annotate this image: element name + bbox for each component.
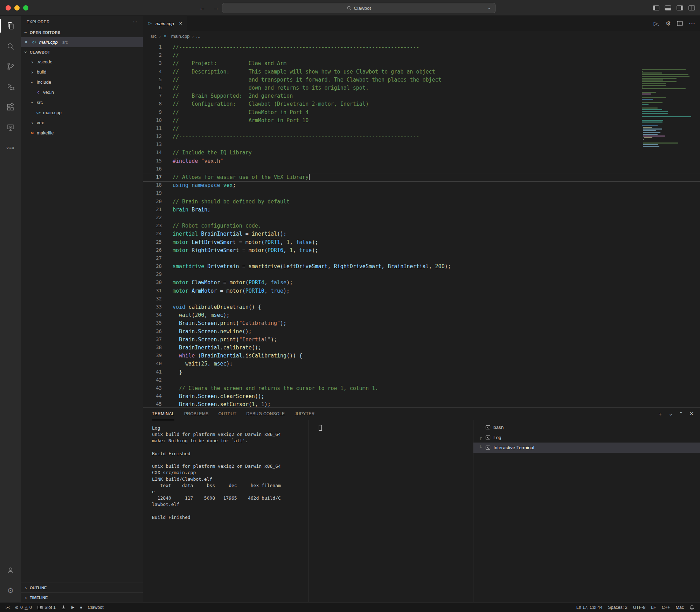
code-line[interactable]: 38 BrainInertial.calibrate(); xyxy=(143,344,700,352)
activity-remote-explorer[interactable] xyxy=(0,117,21,138)
eol-sequence[interactable]: LF xyxy=(648,603,659,612)
code-line[interactable]: 32 xyxy=(143,295,700,304)
close-panel-icon[interactable]: ✕ xyxy=(689,411,694,417)
activity-settings[interactable]: ⚙ xyxy=(0,580,21,601)
line-number[interactable]: 39 xyxy=(143,353,162,360)
line-number[interactable]: 23 xyxy=(143,223,162,230)
code-line[interactable]: 25motor LeftDriveSmart = motor(PORT1, 1,… xyxy=(143,239,700,247)
line-number[interactable]: 4 xyxy=(143,69,162,76)
code-line[interactable]: 41 } xyxy=(143,369,700,377)
tree-item-vex-h[interactable]: Cvex.h xyxy=(21,87,143,97)
code-line[interactable]: 21brain Brain; xyxy=(143,206,700,214)
line-number[interactable]: 28 xyxy=(143,263,162,271)
line-number[interactable]: 38 xyxy=(143,345,162,352)
tree-item-include[interactable]: ›include xyxy=(21,77,143,87)
breadcrumb-symbol[interactable]: … xyxy=(196,34,201,39)
panel-tab-problems[interactable]: PROBLEMS xyxy=(184,408,209,420)
code-line[interactable]: 19 xyxy=(143,190,700,198)
panel-tab-output[interactable]: OUTPUT xyxy=(219,408,237,420)
close-icon[interactable]: ✕ xyxy=(25,40,29,44)
code-line[interactable]: 28smartdrive Drivetrain = smartdrive(Lef… xyxy=(143,263,700,271)
code-line[interactable]: 18using namespace vex; xyxy=(143,182,700,190)
line-number[interactable]: 33 xyxy=(143,304,162,311)
close-tab-icon[interactable]: ✕ xyxy=(179,21,182,26)
terminal-list-item-bash[interactable]: bash xyxy=(473,422,700,432)
code-line[interactable]: 26motor RightDriveSmart = motor(PORT6, 1… xyxy=(143,247,700,255)
code-line[interactable]: 34 wait(200, msec); xyxy=(143,312,700,320)
line-number[interactable]: 42 xyxy=(143,377,162,384)
line-number[interactable]: 25 xyxy=(143,239,162,246)
code-line[interactable]: 3// Project: Claw and Arm xyxy=(143,60,700,68)
code-line[interactable]: 1//-------------------------------------… xyxy=(143,44,700,52)
panel-tab-terminal[interactable]: TERMINAL xyxy=(152,408,174,420)
line-number[interactable]: 21 xyxy=(143,207,162,214)
slot-selector[interactable]: Slot 1 xyxy=(35,603,58,612)
line-number[interactable]: 40 xyxy=(143,361,162,368)
line-number[interactable]: 3 xyxy=(143,60,162,68)
tree-item-build[interactable]: ›build xyxy=(21,67,143,77)
open-editors-section[interactable]: › OPEN EDITORS xyxy=(21,28,143,37)
encoding[interactable]: UTF-8 xyxy=(630,603,648,612)
code-line[interactable]: 30motor ClawMotor = motor(PORT4, false); xyxy=(143,279,700,287)
code-line[interactable]: 27 xyxy=(143,255,700,263)
toggle-sidebar-icon[interactable] xyxy=(653,5,659,11)
line-number[interactable]: 18 xyxy=(143,182,162,189)
line-number[interactable]: 8 xyxy=(143,101,162,108)
code-line[interactable]: 4// Description: This example will show … xyxy=(143,68,700,76)
play-button[interactable]: ▶ xyxy=(69,603,77,612)
tree-item-vex[interactable]: ›vex xyxy=(21,118,143,128)
code-line[interactable]: 36 Brain.Screen.newLine(); xyxy=(143,328,700,336)
code-line[interactable]: 16 xyxy=(143,166,700,174)
line-number[interactable]: 12 xyxy=(143,133,162,141)
line-number[interactable]: 45 xyxy=(143,401,162,407)
cursor-position[interactable]: Ln 17, Col 44 xyxy=(574,603,605,612)
terminal-dropdown-icon[interactable]: ⌄ xyxy=(668,411,673,417)
line-number[interactable]: 2 xyxy=(143,52,162,60)
code-line[interactable]: 33void calibrateDrivetrain() { xyxy=(143,304,700,312)
code-line[interactable]: 29 xyxy=(143,271,700,279)
line-number[interactable]: 31 xyxy=(143,288,162,295)
minimize-window-button[interactable] xyxy=(14,5,20,11)
line-number[interactable]: 35 xyxy=(143,320,162,327)
minimap[interactable] xyxy=(642,69,698,148)
line-number[interactable]: 16 xyxy=(143,166,162,173)
gear-icon[interactable]: ⚙ xyxy=(666,20,671,27)
line-number[interactable]: 5 xyxy=(143,77,162,84)
outline-section[interactable]: › OUTLINE xyxy=(21,583,143,592)
code-line[interactable]: 8// Configuration: Clawbot (Drivetrain 2… xyxy=(143,100,700,109)
breadcrumb-main-cpp[interactable]: main.cpp xyxy=(171,34,190,39)
line-number[interactable]: 13 xyxy=(143,141,162,149)
command-center-search[interactable]: Clawbot ⌄ xyxy=(222,3,495,13)
line-number[interactable]: 29 xyxy=(143,271,162,279)
breadcrumb-src[interactable]: src xyxy=(151,34,157,39)
customize-layout-icon[interactable] xyxy=(688,5,695,11)
timeline-section[interactable]: › TIMELINE xyxy=(21,592,143,602)
toggle-secondary-sidebar-icon[interactable] xyxy=(677,5,683,11)
line-number[interactable]: 27 xyxy=(143,255,162,263)
code-line[interactable]: 31motor ArmMotor = motor(PORT10, true); xyxy=(143,287,700,295)
tree-item-makefile[interactable]: Mmakefile xyxy=(21,128,143,138)
activity-explorer[interactable] xyxy=(0,16,21,36)
code-line[interactable]: 20// Brain should be defined by default xyxy=(143,198,700,206)
activity-account[interactable] xyxy=(0,560,21,580)
line-number[interactable]: 9 xyxy=(143,109,162,117)
terminal-list-item-interactive-terminal[interactable]: └Interactive Terminal xyxy=(473,443,700,453)
code-line[interactable]: 22 xyxy=(143,214,700,222)
panel-tab-jupyter[interactable]: JUPYTER xyxy=(294,408,314,420)
line-number[interactable]: 24 xyxy=(143,231,162,238)
line-number[interactable]: 20 xyxy=(143,199,162,206)
notifications-button[interactable] xyxy=(687,603,697,612)
stop-button[interactable]: ■ xyxy=(77,603,85,612)
code-line[interactable]: 17// Allows for easier use of the VEX Li… xyxy=(143,174,700,182)
code-line[interactable]: 23// Robot configuration code. xyxy=(143,222,700,230)
folder-section-header[interactable]: › CLAWBOT xyxy=(21,47,143,57)
project-name[interactable]: Clawbot xyxy=(85,603,106,612)
line-number[interactable]: 11 xyxy=(143,125,162,133)
tree-item-main-cpp[interactable]: C+main.cpp xyxy=(21,107,143,118)
language-mode[interactable]: C++ xyxy=(659,603,673,612)
code-line[interactable]: 15#include "vex.h" xyxy=(143,158,700,166)
line-number[interactable]: 22 xyxy=(143,215,162,222)
tree-item-src[interactable]: ›src xyxy=(21,97,143,107)
code-line[interactable]: 42 xyxy=(143,377,700,385)
code-line[interactable]: 6// down and returns to its original spo… xyxy=(143,84,700,92)
